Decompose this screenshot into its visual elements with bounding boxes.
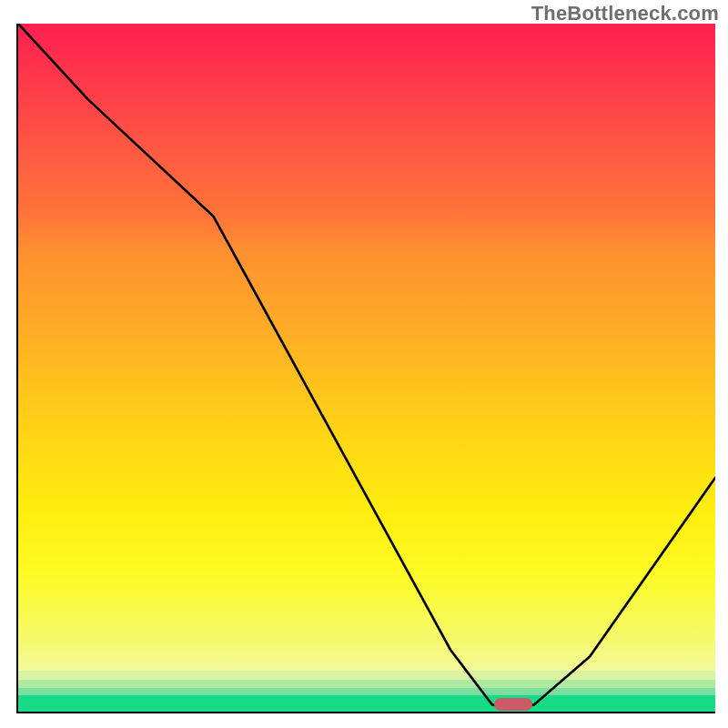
curve-path: [18, 24, 715, 704]
bottleneck-curve: [18, 24, 715, 712]
chart-frame: TheBottleneck.com: [0, 0, 728, 728]
watermark-text: TheBottleneck.com: [531, 2, 719, 25]
optimum-marker: [494, 698, 532, 711]
plot-area: [16, 24, 715, 713]
